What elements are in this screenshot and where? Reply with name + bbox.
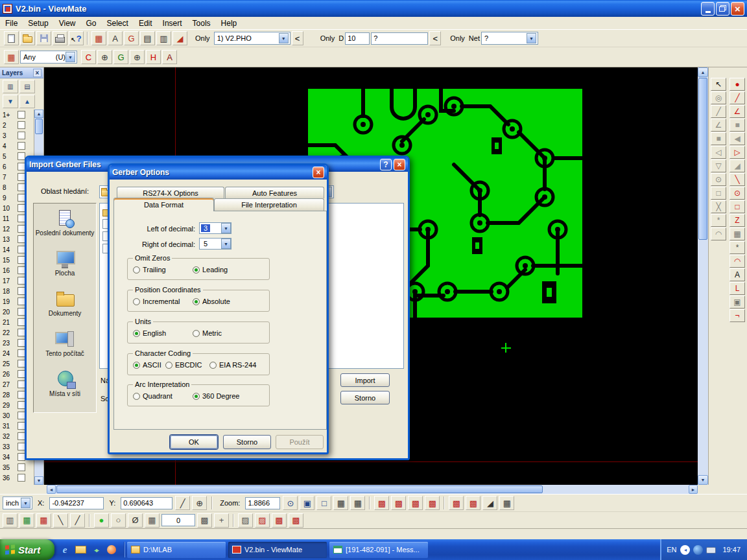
help-button[interactable]: ? <box>380 159 392 170</box>
diag-right-icon[interactable]: ╱ <box>70 513 85 528</box>
layer-color-swatch[interactable] <box>18 142 25 150</box>
scroll-down-icon[interactable]: ▼ <box>34 476 43 485</box>
menu-insert[interactable]: Insert <box>158 18 187 29</box>
crosshair-pair-icon[interactable]: ⊕ <box>97 50 112 64</box>
padstack-draw-icon[interactable]: ▣ <box>729 296 745 309</box>
status-led-icon[interactable]: ● <box>94 513 109 528</box>
dcode-filter-input[interactable]: ? <box>371 32 428 45</box>
green-grid-icon[interactable]: ▦ <box>19 513 34 528</box>
triangle-tool-icon[interactable]: ▽ <box>711 159 726 172</box>
radio-trailing[interactable]: Trailing <box>133 266 166 274</box>
menu-help[interactable]: Help <box>216 18 243 29</box>
layer-list-icon[interactable]: ▥ <box>3 80 18 93</box>
dot-draw-icon[interactable]: ● <box>729 78 745 91</box>
radio-eia-rs-244[interactable]: EIA RS-244 <box>209 361 256 369</box>
zoom-fit-icon[interactable]: □ <box>316 496 331 510</box>
scroll-thumb[interactable] <box>35 119 43 134</box>
units-combo[interactable]: inch ▼ <box>3 496 32 509</box>
delete-tool-icon[interactable]: ╳ <box>711 200 726 213</box>
pad-tool-icon[interactable]: ⊙ <box>711 173 726 186</box>
move-layer-up-icon[interactable]: ▲ <box>19 95 35 108</box>
arc-measure-icon[interactable]: ◠ <box>711 228 726 240</box>
explorer-folder-icon[interactable] <box>74 543 87 556</box>
menu-view[interactable]: View <box>54 18 81 29</box>
radio-button-icon[interactable] <box>193 266 200 274</box>
line-measure-icon[interactable]: ╱ <box>711 105 726 118</box>
horizontal-scrollbar[interactable]: ◄ ► <box>47 485 698 494</box>
radio-button-icon[interactable] <box>133 362 140 369</box>
rect-fill-draw-icon[interactable]: ■ <box>729 119 745 132</box>
close-icon[interactable]: × <box>33 69 42 77</box>
close-button[interactable]: × <box>731 2 744 16</box>
dcode-table-icon[interactable]: ▥ <box>156 31 171 45</box>
tab-data-format[interactable]: Data Format <box>113 198 214 211</box>
solid-rect-icon[interactable]: ■ <box>711 132 726 145</box>
previous-dcode-button[interactable]: < <box>429 31 441 45</box>
backslash-draw-icon[interactable]: ╲ <box>729 173 745 186</box>
place-dokumenty[interactable]: Dokumenty <box>34 289 96 329</box>
tab-file-interpretation[interactable]: File Interpretation <box>214 198 324 211</box>
menu-tools[interactable]: Tools <box>187 18 216 29</box>
chevron-down-icon[interactable]: ▼ <box>279 33 289 43</box>
sync-arrows-icon[interactable] <box>89 543 102 556</box>
pattern-red-2-icon[interactable]: ▩ <box>272 513 287 528</box>
triangle-draw-icon[interactable]: ▷ <box>729 146 745 159</box>
zoom-value[interactable]: 1.8866 <box>245 497 280 509</box>
layer-color-swatch[interactable] <box>18 463 25 471</box>
print-button[interactable] <box>53 31 67 45</box>
red-grid-icon[interactable]: ▦ <box>36 513 51 528</box>
diameter-icon[interactable]: Ø <box>128 513 143 528</box>
angle-measure-icon[interactable]: ∠ <box>711 119 726 132</box>
scroll-up-icon[interactable]: ▲ <box>34 110 43 118</box>
net-combo[interactable]: ? ▼ <box>481 32 538 45</box>
active-layer-combo[interactable]: 1) V2.PHO ▼ <box>214 32 290 45</box>
pad-display-5-icon[interactable]: ▩ <box>449 496 464 510</box>
arc-draw-icon[interactable]: ◠ <box>729 255 745 268</box>
wedge-draw-icon[interactable]: ◢ <box>729 159 745 172</box>
gerber-layer-icon[interactable]: G <box>124 31 139 45</box>
chevron-down-icon[interactable]: ▼ <box>221 239 231 249</box>
chevron-down-icon[interactable]: ▼ <box>527 33 536 43</box>
menu-file[interactable]: File <box>0 18 23 29</box>
radio-incremental[interactable]: Incremental <box>133 298 180 305</box>
scroll-left-icon[interactable]: ◄ <box>47 485 56 494</box>
star-draw-icon[interactable]: * <box>729 241 745 254</box>
left-of-decimal-combo[interactable]: 3 ▼ <box>199 222 231 234</box>
internet-explorer-icon[interactable] <box>58 543 71 556</box>
radio-button-icon[interactable] <box>133 393 140 400</box>
zoom-window-icon[interactable]: ▣ <box>300 496 314 510</box>
place-m-sta-v-s-ti[interactable]: Místa v síti <box>34 369 96 410</box>
scroll-thumb[interactable] <box>56 485 543 493</box>
dcode-grid-icon[interactable]: ▦ <box>145 513 160 528</box>
keyboard-layout-icon[interactable] <box>706 547 716 554</box>
place-posledn-dokumenty[interactable]: Poslední dokumenty <box>34 209 96 249</box>
radio-ascii[interactable]: ASCII <box>133 361 161 369</box>
menu-setup[interactable]: Setup <box>23 18 53 29</box>
chevron-down-icon[interactable]: ▼ <box>65 52 75 62</box>
pad-display-2-icon[interactable]: ▩ <box>391 496 406 510</box>
dcode-input[interactable]: 10 <box>345 32 370 45</box>
layer-copy-icon[interactable]: ▥ <box>3 513 18 528</box>
radio-button-icon[interactable] <box>133 330 140 337</box>
l-shape-draw-icon[interactable]: L <box>729 282 745 295</box>
grid-toggle-icon[interactable]: ▦ <box>333 496 348 510</box>
pad-display-1-icon[interactable]: ▩ <box>374 496 389 510</box>
layer-table-icon[interactable]: ▤ <box>140 31 155 45</box>
right-of-decimal-combo[interactable]: 5 ▼ <box>199 238 231 250</box>
letter-h-icon[interactable]: H <box>146 50 161 64</box>
target-pair-icon[interactable]: ⊕ <box>130 50 145 64</box>
radio-ebcdic[interactable]: EBCDIC <box>165 361 202 369</box>
text-draw-icon[interactable]: A <box>729 268 745 281</box>
rect-outline-draw-icon[interactable]: □ <box>729 200 745 213</box>
aperture-grid-icon[interactable]: ▦ <box>4 50 19 64</box>
import-button[interactable]: Import <box>340 373 390 387</box>
vertical-scrollbar[interactable]: ▲ ▼ <box>698 67 708 485</box>
place-plocha[interactable]: Plocha <box>34 249 96 289</box>
place-tento-po-ta[interactable]: Tento počítač <box>34 329 96 369</box>
circle-pad-draw-icon[interactable]: ⊙ <box>729 187 745 200</box>
ok-button[interactable]: OK <box>170 435 218 449</box>
move-layer-down-icon[interactable]: ▼ <box>3 95 18 108</box>
tab-rs274-x-options[interactable]: RS274-X Options <box>117 187 224 198</box>
radio-metric[interactable]: Metric <box>193 329 222 337</box>
letter-a-icon[interactable]: A <box>162 50 177 64</box>
